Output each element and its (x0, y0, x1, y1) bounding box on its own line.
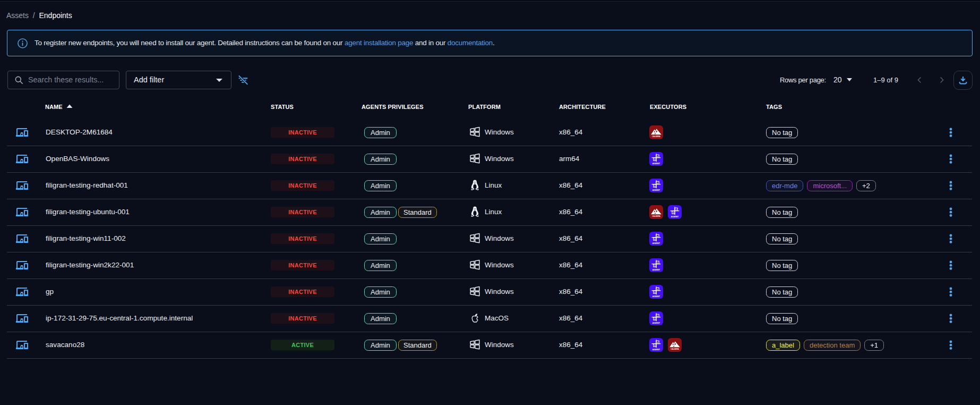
svg-text:CALDERA: CALDERA (670, 348, 679, 350)
svg-text:AGENT: AGENT (652, 295, 660, 298)
svg-text:AGENT: AGENT (652, 322, 660, 324)
svg-text:AGENT: AGENT (652, 268, 660, 271)
svg-text:AGENT: AGENT (652, 348, 660, 351)
svg-text:AGENT: AGENT (652, 162, 660, 165)
svg-text:CALDERA: CALDERA (652, 215, 660, 217)
svg-text:AGENT: AGENT (652, 189, 660, 191)
svg-text:AGENT: AGENT (652, 242, 660, 244)
svg-text:CALDERA: CALDERA (652, 136, 660, 138)
svg-text:AGENT: AGENT (671, 215, 679, 218)
